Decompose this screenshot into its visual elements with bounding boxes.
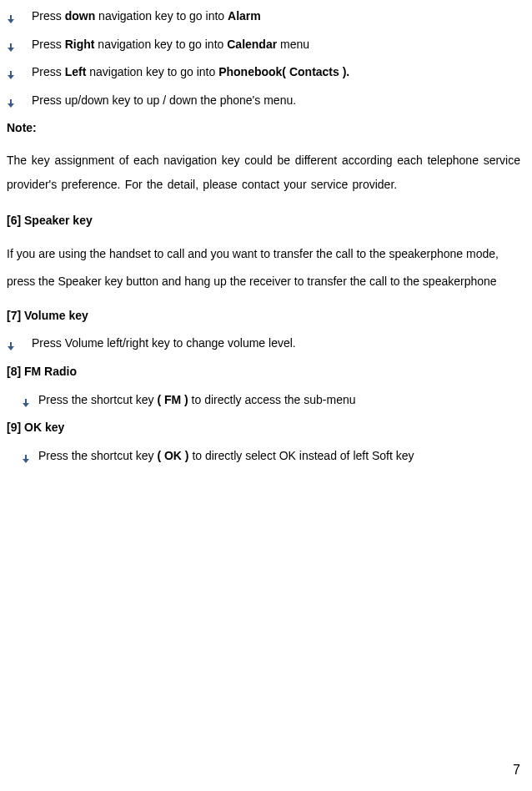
list-item: Press the shortcut key ( FM ) to directl… [7,392,520,409]
note-label: Note: [7,120,520,137]
arrow-down-icon [7,40,15,48]
list-item-text: Press the shortcut key ( OK ) to directl… [38,448,520,465]
section-heading: [8] FM Radio [7,364,520,380]
arrow-down-icon [7,68,15,76]
svg-marker-3 [8,48,14,52]
svg-marker-7 [8,103,14,108]
arrow-down-icon [7,12,15,20]
section-heading: [9] OK key [7,420,520,436]
section-body: If you are using the handset to call and… [7,240,520,294]
svg-marker-5 [8,75,14,79]
list-item-text: Press Right navigation key to go into Ca… [32,37,520,53]
svg-marker-13 [23,459,29,463]
arrow-down-icon [7,339,15,347]
list-item-text: Press up/down key to up / down the phone… [32,93,520,109]
page-content: Press down navigation key to go into Ala… [7,8,525,464]
page-number: 7 [513,761,520,779]
arrow-down-icon [7,96,15,104]
section-heading: [6] Speaker key [7,213,520,229]
list-item: Press the shortcut key ( OK ) to directl… [7,448,520,465]
list-item: Press Volume left/right key to change vo… [7,335,520,352]
list-item-text: Press the shortcut key ( FM ) to directl… [38,392,520,409]
svg-marker-11 [23,403,29,407]
arrow-down-icon [22,396,30,404]
svg-marker-9 [8,346,14,350]
section-heading: [7] Volume key [7,308,520,325]
list-item-text: Press Volume left/right key to change vo… [32,335,520,352]
list-item-text: Press Left navigation key to go into Pho… [32,64,520,81]
list-item: Press up/down key to up / down the phone… [7,93,520,109]
list-item: Press down navigation key to go into Ala… [7,8,520,25]
arrow-down-icon [22,451,30,460]
svg-marker-1 [8,19,14,23]
note-paragraph: The key assignment of each navigation ke… [7,149,520,198]
list-item: Press Right navigation key to go into Ca… [7,37,520,53]
list-item: Press Left navigation key to go into Pho… [7,64,520,81]
list-item-text: Press down navigation key to go into Ala… [32,8,520,25]
